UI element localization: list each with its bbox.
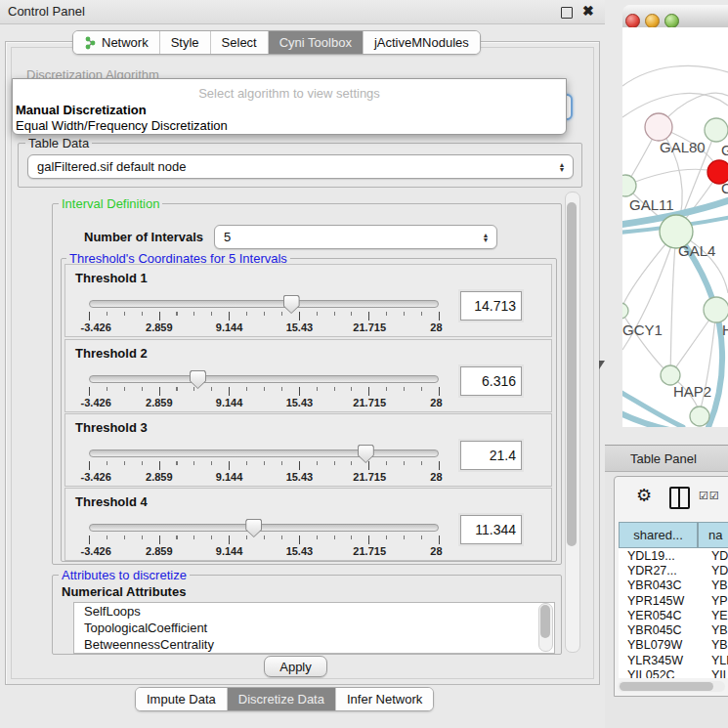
threshold-3-slider-thumb[interactable] — [358, 445, 374, 463]
tab-impute-data[interactable]: Impute Data — [136, 688, 228, 710]
tab-jactivemnodules[interactable]: jActiveMNodules — [364, 31, 480, 54]
table-row[interactable]: YBR045CYBR0 — [619, 622, 728, 637]
node-right[interactable] — [704, 297, 728, 322]
control-panel-titlebar: Control Panel ✖ — [0, 0, 605, 24]
zoom-traffic-light-icon[interactable] — [664, 14, 679, 28]
threshold-2-label: Threshold 2 — [75, 346, 148, 361]
node-hap2[interactable] — [661, 365, 680, 385]
tab-select[interactable]: Select — [211, 31, 269, 54]
node-top-right[interactable] — [705, 118, 728, 142]
table-row[interactable]: YDL19...YDL1 — [619, 548, 728, 563]
threshold-3-slider[interactable] — [89, 450, 439, 457]
threshold-2-slider[interactable] — [89, 375, 439, 383]
threshold-4-value-field[interactable]: 11.344 — [460, 515, 522, 544]
tab-network-label: Network — [102, 35, 149, 50]
node-label: H — [722, 321, 728, 338]
node-label: GAL4 — [678, 242, 715, 259]
close-icon[interactable]: ✖ — [582, 3, 594, 19]
network-window-titlebar[interactable] — [622, 5, 728, 28]
threshold-3-value-field[interactable]: 21.4 — [460, 441, 522, 470]
node-label: GA — [721, 142, 728, 158]
threshold-4-slider[interactable] — [89, 524, 439, 532]
threshold-1-slider[interactable] — [89, 300, 439, 308]
numerical-attributes-heading: Numerical Attributes — [62, 584, 186, 599]
threshold-1-label: Threshold 1 — [75, 271, 148, 285]
node-label: C — [721, 180, 728, 196]
settings-vertical-scrollbar-thumb[interactable] — [567, 202, 577, 546]
num-intervals-label: Number of Intervals — [84, 230, 203, 244]
attributes-list-scrollbar-thumb[interactable] — [540, 605, 550, 638]
numerical-attributes-list[interactable]: SelfLoops TopologicalCoefficient Between… — [73, 602, 555, 654]
slider-ticks — [89, 535, 440, 544]
node-label: GAL80 — [660, 139, 706, 155]
node-gcy1[interactable] — [622, 303, 628, 319]
algorithm-option-manual[interactable]: Manual Discretization — [16, 103, 147, 117]
threshold-2-value-field[interactable]: 6.316 — [460, 366, 522, 396]
num-intervals-value: 5 — [215, 230, 479, 244]
threshold-1-slider-thumb[interactable] — [283, 295, 300, 314]
table-row[interactable]: YBR043CYBR0 — [619, 578, 728, 593]
tab-network[interactable]: Network — [73, 31, 160, 54]
slider-tick-labels: -3.426 2.859 9.144 15.43 21.715 28 — [89, 321, 440, 332]
table-panel-title: Table Panel — [630, 451, 697, 466]
list-item[interactable]: BetweennessCentrality — [74, 636, 554, 653]
threshold-1-value-field[interactable]: 14.713 — [460, 291, 522, 321]
tab-discretize-data[interactable]: Discretize Data — [228, 688, 336, 710]
select-columns-checkboxes-icon[interactable]: ☑☑ — [699, 490, 720, 502]
table-row[interactable]: YLR345WYLR3 — [619, 653, 728, 667]
minimize-traffic-light-icon[interactable] — [645, 14, 660, 28]
algorithm-dropdown-hint: Select algorithm to view settings — [13, 86, 566, 101]
table-row[interactable]: YIL052CYIL0 — [619, 667, 728, 678]
threshold-1-panel: Threshold 1 -3.426 2.859 9.144 15.43 21.… — [64, 264, 552, 337]
table-data-combobox[interactable]: galFiltered.sif default node ▲▼ — [27, 154, 574, 179]
list-item[interactable]: TopologicalCoefficient — [74, 620, 554, 636]
list-item[interactable]: SelfLoops — [74, 603, 554, 620]
settings-vertical-scrollbar[interactable] — [565, 192, 580, 653]
threshold-4-slider-thumb[interactable] — [245, 519, 262, 537]
columns-icon[interactable] — [669, 487, 690, 509]
table-panel-titlebar: Table Panel — [605, 445, 728, 472]
threshold-3-label: Threshold 3 — [75, 420, 148, 435]
node-left[interactable] — [622, 175, 636, 196]
algorithm-option-equal-width[interactable]: Equal Width/Frequency Discretization — [16, 118, 228, 133]
close-traffic-light-icon[interactable] — [625, 14, 640, 28]
control-panel-tabs: Network Style Select Cyni Toolbox jActiv… — [72, 30, 481, 55]
column-header-name[interactable]: na — [698, 522, 728, 548]
node-gal80[interactable] — [645, 113, 672, 141]
gear-icon[interactable]: ⚙ — [636, 485, 652, 506]
slider-ticks — [89, 312, 440, 321]
table-header-row: shared... na — [619, 522, 728, 548]
network-view-canvas[interactable]: GAL80 GA C GAL11 GAL4 GCY1 H HAP2 — [622, 27, 728, 427]
apply-button[interactable]: Apply — [264, 656, 327, 677]
interval-definition-label: Interval Definition — [59, 197, 162, 210]
threshold-2-panel: Threshold 2 -3.426 2.859 9.144 15.43 21.… — [64, 339, 552, 412]
tab-style[interactable]: Style — [160, 31, 211, 54]
tab-cyni-toolbox[interactable]: Cyni Toolbox — [269, 31, 364, 54]
combo-stepper-icon: ▲▼ — [479, 233, 492, 242]
network-graph: GAL80 GA C GAL11 GAL4 GCY1 H HAP2 — [622, 27, 728, 427]
column-header-shared-name[interactable]: shared... — [619, 522, 698, 548]
threshold-2-slider-thumb[interactable] — [190, 370, 206, 389]
attributes-group-label: Attributes to discretize — [59, 569, 190, 581]
tab-infer-network[interactable]: Infer Network — [336, 688, 433, 710]
num-intervals-combobox[interactable]: 5 ▲▼ — [214, 225, 497, 249]
table-data-value: galFiltered.sif default node — [28, 159, 555, 174]
threshold-4-label: Threshold 4 — [75, 494, 148, 509]
table-horizontal-scrollbar-thumb[interactable] — [620, 682, 713, 691]
float-window-icon[interactable] — [561, 7, 573, 19]
node-bottom[interactable] — [690, 407, 709, 426]
table-horizontal-scrollbar[interactable] — [618, 681, 725, 692]
table-row[interactable]: YBL079WYBL0 — [619, 638, 728, 653]
table-data-group-label: Table Data — [25, 137, 92, 150]
table-body: YDL19...YDL1 YDR27...YDR2 YBR043CYBR0 YP… — [619, 548, 728, 678]
attributes-list-scrollbar[interactable] — [538, 603, 553, 652]
table-row[interactable]: YER054CYER0 — [619, 608, 728, 622]
node-label: GCY1 — [622, 321, 663, 338]
control-panel-title: Control Panel — [8, 4, 85, 19]
table-panel: ⚙ ☑☑ shared... na YDL19...YDL1 YDR27...Y… — [614, 476, 728, 697]
network-icon — [84, 36, 97, 50]
table-row[interactable]: YDR27...YDR2 — [619, 563, 728, 578]
cyni-bottom-tabs: Impute Data Discretize Data Infer Networ… — [135, 687, 434, 711]
slider-tick-labels: -3.426 2.859 9.144 15.43 21.715 28 — [89, 397, 440, 407]
table-row[interactable]: YPR145WYPR1 — [619, 593, 728, 608]
